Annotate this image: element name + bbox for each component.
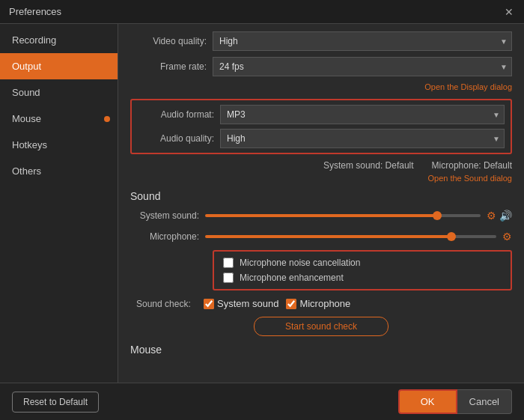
sidebar-item-others[interactable]: Others [0, 158, 118, 184]
system-sound-info: System sound: Default [323, 160, 414, 171]
cancel-button[interactable]: Cancel [457, 389, 512, 414]
start-sound-check-button[interactable]: Start sound check [254, 317, 389, 336]
audio-quality-select-wrapper: High Medium Low ▼ [220, 129, 505, 148]
system-sound-slider-track [205, 214, 481, 217]
noise-cancellation-checkbox[interactable] [223, 258, 234, 268]
mic-slider-row: Microphone: ⚙ [130, 229, 512, 244]
open-display-dialog-link[interactable]: Open the Display dialog [130, 82, 512, 91]
system-sound-check-item: System sound [204, 298, 278, 309]
mic-slider-container[interactable] [205, 229, 496, 244]
sidebar-item-hotkeys[interactable]: Hotkeys [0, 132, 118, 158]
system-sound-slider-label: System sound: [130, 210, 205, 221]
audio-quality-select[interactable]: High Medium Low [220, 129, 505, 148]
mic-check-checkbox[interactable] [286, 299, 296, 309]
enhancement-label: Microphone enhancement [240, 273, 344, 283]
sidebar: Recording Output Sound Mouse Hotkeys Oth… [0, 24, 118, 420]
mic-slider-label: Microphone: [130, 231, 205, 242]
mic-info: Microphone: Default [432, 160, 512, 171]
mic-icons: ⚙ [502, 231, 512, 243]
close-button[interactable]: ✕ [503, 6, 515, 18]
action-buttons: OK Cancel [398, 389, 512, 414]
audio-format-label: Audio format: [138, 109, 220, 120]
video-quality-row: Video quality: High Medium Low ▼ [130, 31, 512, 51]
system-sound-icons: ⚙ 🔊 [487, 210, 512, 222]
mic-settings-icon[interactable]: ⚙ [502, 231, 512, 243]
system-sound-check-label: System sound [217, 298, 278, 309]
speaker-icon[interactable]: 🔊 [499, 210, 512, 222]
frame-rate-row: Frame rate: 24 fps 30 fps 60 fps ▼ [130, 57, 512, 76]
reset-to-default-button[interactable]: Reset to Default [12, 392, 99, 413]
settings-icon[interactable]: ⚙ [487, 210, 496, 222]
frame-rate-select[interactable]: 24 fps 30 fps 60 fps [213, 57, 512, 76]
noise-cancellation-row: Microphone noise cancellation [223, 258, 502, 268]
system-sound-check-checkbox[interactable] [204, 299, 214, 309]
frame-rate-label: Frame rate: [130, 61, 213, 72]
mouse-dot [104, 116, 110, 122]
bottom-bar: Reset to Default OK Cancel [0, 383, 524, 420]
audio-settings-box: Audio format: MP3 AAC WAV ▼ Audio qualit… [130, 99, 512, 154]
title-bar-text: Preferences [9, 6, 61, 17]
frame-rate-select-wrapper: 24 fps 30 fps 60 fps ▼ [213, 57, 512, 76]
sound-section-header: Sound [130, 190, 512, 202]
video-quality-select-wrapper: High Medium Low ▼ [213, 31, 512, 51]
mic-checkbox-section: Microphone noise cancellation Microphone… [213, 250, 512, 290]
open-sound-dialog-link[interactable]: Open the Sound dialog [130, 174, 512, 183]
system-sound-slider-row: System sound: ⚙ 🔊 [130, 208, 512, 223]
mic-check-item: Microphone [286, 298, 350, 309]
enhancement-checkbox[interactable] [223, 273, 234, 283]
sidebar-item-recording[interactable]: Recording [0, 27, 118, 53]
sidebar-item-output[interactable]: Output [0, 53, 118, 79]
sound-check-row: Sound check: System sound Microphone [136, 298, 512, 309]
system-sound-slider-thumb [433, 211, 442, 220]
video-quality-label: Video quality: [130, 36, 213, 46]
video-quality-select[interactable]: High Medium Low [213, 31, 512, 51]
audio-format-row: Audio format: MP3 AAC WAV ▼ [138, 105, 505, 124]
audio-format-select-wrapper: MP3 AAC WAV ▼ [220, 105, 505, 124]
content-area: Video quality: High Medium Low ▼ Frame r… [118, 24, 524, 420]
mouse-section-header: Mouse [130, 344, 512, 356]
ok-button[interactable]: OK [398, 389, 457, 414]
sound-info-row: System sound: Default Microphone: Defaul… [130, 160, 512, 171]
audio-quality-row: Audio quality: High Medium Low ▼ [138, 129, 505, 148]
sidebar-item-sound[interactable]: Sound [0, 79, 118, 106]
enhancement-row: Microphone enhancement [223, 273, 502, 283]
mic-slider-thumb [447, 232, 456, 241]
system-sound-slider-container[interactable] [205, 208, 481, 223]
main-layout: Recording Output Sound Mouse Hotkeys Oth… [0, 24, 524, 420]
mic-check-label: Microphone [299, 298, 350, 309]
title-bar: Preferences ✕ [0, 0, 524, 24]
sound-check-label: Sound check: [136, 299, 196, 309]
noise-cancellation-label: Microphone noise cancellation [240, 258, 360, 268]
mic-slider-track [205, 235, 496, 238]
audio-format-select[interactable]: MP3 AAC WAV [220, 105, 505, 124]
audio-quality-label: Audio quality: [138, 133, 220, 144]
sidebar-item-mouse[interactable]: Mouse [0, 106, 118, 132]
